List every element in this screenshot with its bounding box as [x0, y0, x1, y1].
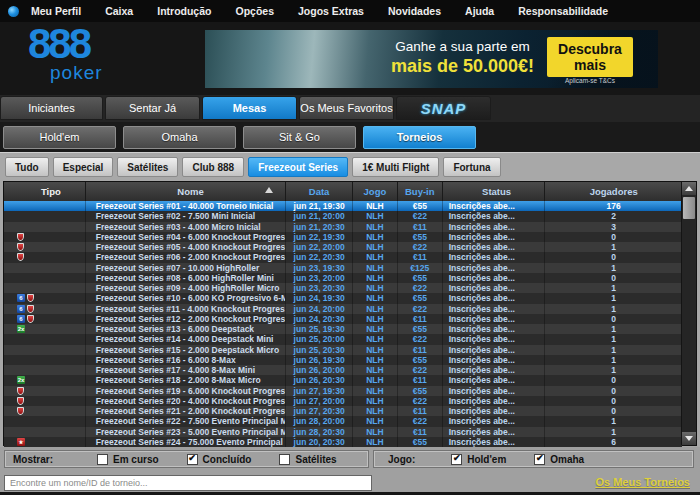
tournament-status: Inscrições abe... — [443, 365, 546, 375]
scroll-up-button[interactable] — [682, 182, 696, 195]
tournament-row[interactable]: Freezeout Series #01 - 40.000 Torneio In… — [4, 201, 682, 211]
filter-freezeout-series[interactable]: Freezeout Series — [248, 157, 348, 177]
tournament-row[interactable]: Freezeout Series #09 - 4.000 HighRoller … — [4, 283, 682, 293]
tournament-row[interactable]: Freezeout Series #02 - 7.500 Mini Inicia… — [4, 211, 682, 221]
tournament-name: Freezeout Series #07 - 10.000 HighRoller — [86, 263, 286, 273]
tournament-row[interactable]: 6Freezeout Series #11 - 4.000 Knockout P… — [4, 304, 682, 314]
tournament-status: Inscrições abe... — [443, 427, 546, 437]
tournament-game: NLH — [353, 427, 398, 437]
menu-item-introdu-o[interactable]: Introdução — [157, 5, 211, 17]
game-tab-omaha[interactable]: Omaha — [123, 126, 236, 149]
checkbox-item-hold-em[interactable]: Hold'em — [451, 454, 506, 465]
filter-especial[interactable]: Especial — [53, 157, 114, 177]
tab-mesas[interactable]: Mesas — [202, 96, 297, 120]
game-tab-sit-go[interactable]: Sit & Go — [243, 126, 356, 149]
tournament-row[interactable]: Freezeout Series #17 - 4.000 8-Max Minij… — [4, 365, 682, 375]
checkbox-item-omaha[interactable]: Omaha — [534, 454, 584, 465]
tournament-row[interactable]: Freezeout Series #15 - 2.000 Deepstack M… — [4, 345, 682, 355]
column-header-buy-in[interactable]: Buy-in — [398, 182, 443, 201]
tournament-players: 0 — [545, 375, 682, 385]
tournament-game: NLH — [353, 304, 398, 314]
menu-item-responsabilidade[interactable]: Responsabilidade — [518, 5, 608, 17]
column-header-data[interactable]: Data — [286, 182, 353, 201]
tipo-cell — [4, 252, 86, 262]
tournament-row[interactable]: Freezeout Series #22 - 7.500 Evento Prin… — [4, 416, 682, 426]
column-header-jogo[interactable]: Jogo — [353, 182, 398, 201]
checkbox-conclu-do[interactable] — [187, 454, 198, 465]
checkbox-item-conclu-do[interactable]: Concluído — [187, 454, 252, 465]
tournament-date: jun 26, 20:30 — [286, 375, 353, 385]
tournament-row[interactable]: Freezeout Series #21 - 2.000 Knockout Pr… — [4, 406, 682, 416]
menu-item-op-es[interactable]: Opções — [235, 5, 274, 17]
tab-snap[interactable]: SNAP — [396, 96, 491, 120]
tipo-cell — [4, 273, 86, 283]
tipo-cell: 6 — [4, 314, 86, 324]
main-tabs: IniciantesSentar JáMesasOs Meus Favorito… — [0, 95, 700, 124]
tournament-date: jun 23, 20:00 — [286, 273, 353, 283]
checkbox-omaha[interactable] — [534, 454, 545, 465]
tournament-row[interactable]: Freezeout Series #07 - 10.000 HighRoller… — [4, 263, 682, 273]
tournament-name: Freezeout Series #18 - 2.000 8-Max Micro — [86, 375, 286, 385]
tournament-row[interactable]: 2xFreezeout Series #18 - 2.000 8-Max Mic… — [4, 375, 682, 385]
tipo-cell — [4, 201, 86, 211]
scroll-down-button[interactable] — [682, 432, 696, 445]
tipo-cell — [4, 242, 86, 252]
tournament-buyin: €22 — [398, 334, 443, 344]
tournament-row[interactable]: Freezeout Series #16 - 6.000 8-Maxjun 26… — [4, 355, 682, 365]
game-tab-torneios[interactable]: Torneios — [363, 126, 476, 149]
tournament-row[interactable]: ★Freezeout Series #24 - 75.000 Evento Pr… — [4, 437, 682, 447]
tab-iniciantes[interactable]: Iniciantes — [0, 96, 103, 120]
tournament-status: Inscrições abe... — [443, 263, 546, 273]
tab-os-meus-favoritos[interactable]: Os Meus Favoritos — [299, 96, 394, 120]
column-header-nome[interactable]: Nome — [86, 182, 286, 201]
checkbox-em-curso[interactable] — [97, 454, 108, 465]
tournament-search-input[interactable] — [4, 475, 372, 491]
tournament-row[interactable]: Freezeout Series #20 - 4.000 Knockout Pr… — [4, 396, 682, 406]
tournament-row[interactable]: 6Freezeout Series #12 - 2.000 Knockout P… — [4, 314, 682, 324]
tournament-row[interactable]: 6Freezeout Series #10 - 6.000 KO Progres… — [4, 293, 682, 303]
column-header-status[interactable]: Status — [443, 182, 546, 201]
promo-banner[interactable]: Ganhe a sua parte em mais de 50.000€! De… — [205, 30, 658, 88]
tournament-row[interactable]: Freezeout Series #06 - 2.000 Knockout Pr… — [4, 252, 682, 262]
menu-item-ajuda[interactable]: Ajuda — [465, 5, 494, 17]
filter-tudo[interactable]: Tudo — [5, 157, 49, 177]
filter-sat-lites[interactable]: Satélites — [117, 157, 178, 177]
filter-club-888[interactable]: Club 888 — [182, 157, 244, 177]
checkbox-item-em-curso[interactable]: Em curso — [97, 454, 159, 465]
checkbox-item-sat-lites[interactable]: Satélites — [279, 454, 336, 465]
tournament-date: jun 28, 20:00 — [286, 416, 353, 426]
scrollbar-thumb[interactable] — [683, 197, 695, 219]
app-icon[interactable] — [8, 6, 19, 17]
tournament-row[interactable]: Freezeout Series #19 - 6.000 Knockout Pr… — [4, 386, 682, 396]
checkbox-hold-em[interactable] — [451, 454, 462, 465]
filter-1-multi-flight[interactable]: 1€ Multi Flight — [352, 157, 439, 177]
menu-item-meu-perfil[interactable]: Meu Perfil — [31, 5, 81, 17]
banner-cta-button[interactable]: Descubra mais — [547, 37, 633, 77]
tournament-buyin: €22 — [398, 211, 443, 221]
menu-item-novidades[interactable]: Novidades — [388, 5, 441, 17]
tournament-row[interactable]: Freezeout Series #14 - 4.000 Deepstack M… — [4, 334, 682, 344]
tab-sentar-j[interactable]: Sentar Já — [105, 96, 200, 120]
column-header-tipo[interactable]: Tipo — [4, 182, 86, 201]
tipo-cell — [4, 416, 86, 426]
tournament-row[interactable]: Freezeout Series #05 - 4.000 Knockout Pr… — [4, 242, 682, 252]
tournament-name: Freezeout Series #06 - 2.000 Knockout Pr… — [86, 252, 286, 262]
checkbox-sat-lites[interactable] — [279, 454, 290, 465]
menu-item-caixa[interactable]: Caixa — [105, 5, 133, 17]
filter-fortuna[interactable]: Fortuna — [443, 157, 500, 177]
menu-item-jogos-extras[interactable]: Jogos Extras — [298, 5, 364, 17]
tipo-cell — [4, 232, 86, 242]
tournament-buyin: €55 — [398, 355, 443, 365]
column-header-jogadores[interactable]: Jogadores — [545, 182, 682, 201]
tournament-row[interactable]: 2xFreezeout Series #13 - 6.000 Deepstack… — [4, 324, 682, 334]
tournament-name: Freezeout Series #09 - 4.000 HighRoller … — [86, 283, 286, 293]
arrow-down-icon — [685, 436, 693, 441]
tournament-row[interactable]: Freezeout Series #08 - 6.000 HighRoller … — [4, 273, 682, 283]
tournament-row[interactable]: Freezeout Series #23 - 5.000 Evento Prin… — [4, 427, 682, 437]
tournament-row[interactable]: Freezeout Series #03 - 4.000 Micro Inici… — [4, 222, 682, 232]
tournament-name: Freezeout Series #01 - 40.000 Torneio In… — [86, 201, 286, 211]
tournament-row[interactable]: Freezeout Series #04 - 6.000 Knockout Pr… — [4, 232, 682, 242]
my-tournaments-link[interactable]: Os Meus Torneios — [595, 476, 690, 488]
game-tab-hold-em[interactable]: Hold'em — [3, 126, 116, 149]
vertical-scrollbar[interactable] — [681, 182, 696, 445]
